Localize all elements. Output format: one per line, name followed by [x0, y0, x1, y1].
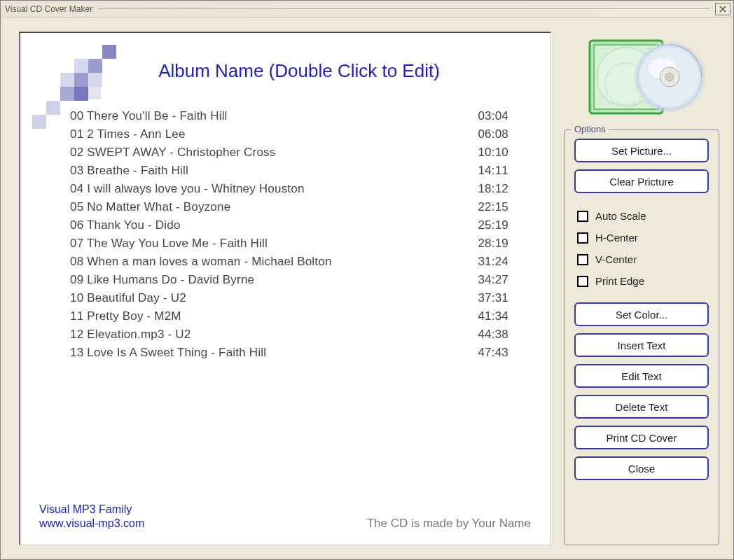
- auto-scale-label: Auto Scale: [595, 210, 646, 222]
- track-time: 22:15: [464, 198, 508, 216]
- track-row[interactable]: 04 I will always love you - Whitney Hous…: [70, 180, 508, 198]
- v-center-checkbox[interactable]: V-Center: [577, 253, 709, 265]
- set-picture-button[interactable]: Set Picture...: [574, 139, 709, 162]
- insert-text-button[interactable]: Insert Text: [574, 333, 709, 357]
- track-time: 28:19: [464, 234, 508, 253]
- track-time: 31:24: [464, 253, 508, 271]
- cd-case-icon: [572, 35, 712, 119]
- track-row[interactable]: 12 Elevation.mp3 - U244:38: [70, 326, 508, 344]
- track-time: 41:34: [464, 307, 508, 326]
- delete-text-button[interactable]: Delete Text: [574, 395, 709, 419]
- track-title: 03 Breathe - Faith Hill: [70, 162, 188, 180]
- track-list: 00 There You'll Be - Faith Hill03:0401 2…: [20, 107, 550, 362]
- close-icon: [719, 5, 727, 13]
- footer-brand: Visual MP3 Family: [39, 503, 144, 517]
- content-area: Album Name (Double Click to Edit) 00 The…: [1, 18, 733, 559]
- track-time: 10:10: [464, 144, 508, 162]
- track-row[interactable]: 06 Thank You - Dido25:19: [70, 216, 508, 234]
- svg-point-11: [665, 73, 674, 81]
- track-title: 08 When a man loves a woman - Michael Bo…: [70, 253, 332, 271]
- track-time: 25:19: [464, 216, 508, 234]
- print-cd-cover-button[interactable]: Print CD Cover: [574, 426, 709, 449]
- track-row[interactable]: 10 Beautiful Day - U237:31: [70, 289, 508, 307]
- h-center-label: H-Center: [595, 232, 638, 244]
- v-center-label: V-Center: [595, 253, 637, 265]
- track-time: 37:31: [464, 289, 508, 307]
- track-time: 06:08: [464, 125, 508, 144]
- track-title: 07 The Way You Love Me - Faith Hill: [70, 234, 268, 253]
- clear-picture-button[interactable]: Clear Pricture: [574, 169, 709, 193]
- track-row[interactable]: 08 When a man loves a woman - Michael Bo…: [70, 253, 508, 271]
- close-window-button[interactable]: [715, 3, 730, 15]
- footer-url: www.visual-mp3.com: [39, 517, 144, 531]
- app-window: Visual CD Cover Maker: [0, 0, 734, 560]
- print-edge-checkbox[interactable]: Print Edge: [577, 275, 709, 287]
- track-title: 10 Beautiful Day - U2: [70, 289, 186, 307]
- track-title: 05 No Matter What - Boyzone: [70, 198, 230, 216]
- window-title: Visual CD Cover Maker: [5, 4, 92, 14]
- track-time: 18:12: [464, 180, 508, 198]
- track-title: 04 I will always love you - Whitney Hous…: [70, 180, 305, 198]
- track-time: 14:11: [464, 162, 508, 180]
- print-edge-label: Print Edge: [595, 275, 644, 287]
- footer-made-by: The CD is made by Your Name: [367, 517, 531, 531]
- track-row[interactable]: 11 Pretty Boy - M2M41:34: [70, 307, 508, 326]
- side-panel: Options Set Picture... Clear Pricture Au…: [564, 31, 719, 545]
- set-color-button[interactable]: Set Color...: [574, 302, 709, 326]
- titlebar[interactable]: Visual CD Cover Maker: [1, 1, 733, 18]
- pixel-logo: [32, 45, 116, 129]
- track-time: 34:27: [464, 271, 508, 289]
- track-row[interactable]: 09 Like Humans Do - David Byrne34:27: [70, 271, 508, 289]
- track-title: 11 Pretty Boy - M2M: [70, 307, 181, 326]
- h-center-checkbox[interactable]: H-Center: [577, 232, 709, 244]
- track-title: 12 Elevation.mp3 - U2: [70, 326, 191, 344]
- options-group: Options Set Picture... Clear Pricture Au…: [564, 130, 719, 545]
- checkbox-icon: [577, 232, 588, 244]
- track-row[interactable]: 07 The Way You Love Me - Faith Hill28:19: [70, 234, 508, 253]
- track-row[interactable]: 03 Breathe - Faith Hill14:11: [70, 162, 508, 180]
- track-title: 02 SWEPT AWAY - Christopher Cross: [70, 144, 275, 162]
- auto-scale-checkbox[interactable]: Auto Scale: [577, 210, 709, 222]
- cover-footer: Visual MP3 Family www.visual-mp3.com The…: [39, 503, 531, 531]
- track-time: 47:43: [464, 344, 508, 362]
- track-time: 03:04: [464, 107, 508, 125]
- checkbox-icon: [577, 254, 588, 265]
- track-title: 09 Like Humans Do - David Byrne: [70, 271, 254, 289]
- track-time: 44:38: [464, 326, 508, 344]
- checkbox-icon: [577, 276, 588, 287]
- checkbox-icon: [577, 211, 588, 222]
- track-title: 06 Thank You - Dido: [70, 216, 181, 234]
- titlebar-divider: [98, 8, 709, 9]
- cover-preview-panel[interactable]: Album Name (Double Click to Edit) 00 The…: [19, 31, 551, 545]
- track-row[interactable]: 02 SWEPT AWAY - Christopher Cross10:10: [70, 144, 508, 162]
- track-row[interactable]: 05 No Matter What - Boyzone22:15: [70, 198, 508, 216]
- cd-artwork: [564, 31, 719, 122]
- track-row[interactable]: 00 There You'll Be - Faith Hill03:04: [70, 107, 508, 125]
- edit-text-button[interactable]: Edit Text: [574, 364, 709, 388]
- close-button[interactable]: Close: [574, 456, 709, 480]
- track-row[interactable]: 01 2 Times - Ann Lee06:08: [70, 125, 508, 144]
- track-title: 13 Love Is A Sweet Thing - Faith Hill: [70, 344, 266, 362]
- footer-brand-block: Visual MP3 Family www.visual-mp3.com: [39, 503, 144, 531]
- track-row[interactable]: 13 Love Is A Sweet Thing - Faith Hill47:…: [70, 344, 508, 362]
- options-legend: Options: [572, 124, 609, 134]
